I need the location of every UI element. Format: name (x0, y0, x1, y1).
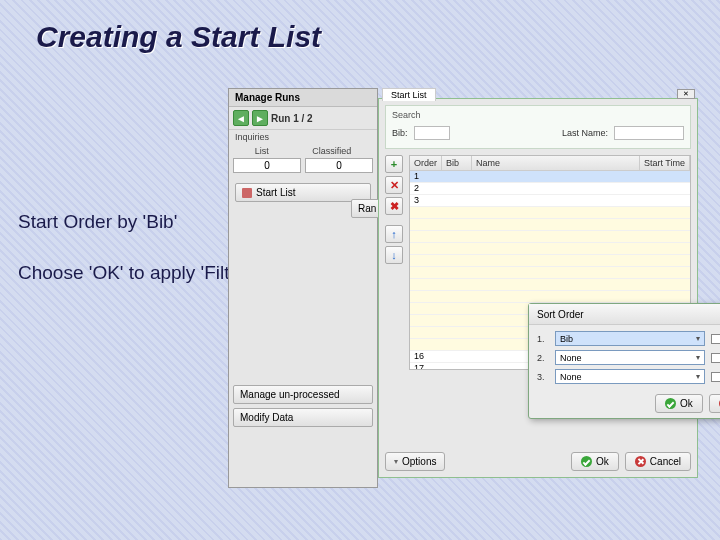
add-button[interactable]: + (385, 155, 403, 173)
toolbar: + ✕ ✖ ↑ ↓ (385, 155, 405, 370)
last-name-label: Last Name: (562, 128, 608, 138)
start-list-tab[interactable]: Start List (382, 88, 436, 101)
col-name[interactable]: Name (472, 156, 640, 170)
order-cell (410, 231, 442, 242)
classified-column-label: Classified (312, 146, 351, 156)
sort-desc-checkbox-3[interactable] (711, 372, 720, 382)
sort-ok-button[interactable]: Ok (655, 394, 703, 413)
col-start-time[interactable]: Start Time (640, 156, 690, 170)
bib-input[interactable] (414, 126, 450, 140)
sort-num-1: 1. (537, 334, 549, 344)
run-prev-button[interactable]: ◄ (233, 110, 249, 126)
start-list-close-button[interactable]: ✕ (677, 89, 695, 99)
table-row[interactable] (410, 243, 690, 255)
move-down-button[interactable]: ↓ (385, 246, 403, 264)
order-cell: 1 (410, 171, 442, 182)
modify-data-label: Modify Data (240, 412, 293, 423)
sort-ok-label: Ok (680, 398, 693, 409)
classified-value: 0 (305, 158, 373, 173)
list-value: 0 (233, 158, 301, 173)
start-list-footer: ▾ Options Ok Cancel (385, 452, 691, 471)
ok-icon (665, 398, 676, 409)
last-name-input[interactable] (614, 126, 684, 140)
ok-icon (581, 456, 592, 467)
sort-num-2: 2. (537, 353, 549, 363)
table-row[interactable]: 3 (410, 195, 690, 207)
instruction-line-1: Start Order by 'Bib' (18, 210, 250, 235)
table-header: Order Bib Name Start Time (410, 156, 690, 171)
table-row[interactable]: 2 (410, 183, 690, 195)
remove-button[interactable]: ✕ (385, 176, 403, 194)
sort-order-dialog: Sort Order ✕ 1. Bib ▾ Descending 2. None… (528, 303, 720, 419)
sort-row-3: 3. None ▾ Descending (537, 369, 720, 384)
chevron-down-icon: ▾ (394, 457, 398, 466)
order-cell: 17 (410, 363, 442, 369)
col-bib[interactable]: Bib (442, 156, 472, 170)
sort-desc-checkbox-1[interactable] (711, 334, 720, 344)
ran-button[interactable]: Ran (351, 199, 381, 218)
start-list-button-label: Start List (256, 187, 295, 198)
modify-data-button[interactable]: Modify Data (233, 408, 373, 427)
order-cell (410, 339, 442, 350)
search-title: Search (392, 110, 684, 120)
manage-runs-header: Manage Runs (229, 89, 377, 107)
manage-unprocessed-label: Manage un-processed (240, 389, 340, 400)
sort-field-3-value: None (560, 372, 582, 382)
order-cell: 2 (410, 183, 442, 194)
chevron-down-icon: ▾ (696, 372, 700, 381)
table-row[interactable] (410, 219, 690, 231)
slide-title: Creating a Start List (0, 0, 720, 54)
order-cell (410, 279, 442, 290)
ok-button[interactable]: Ok (571, 452, 619, 471)
cancel-button[interactable]: Cancel (625, 452, 691, 471)
manage-runs-panel: Manage Runs ◄ ► Run 1 / 2 Inquiries List… (228, 88, 378, 488)
search-panel: Search Bib: Last Name: (385, 105, 691, 149)
start-list-window: Start List ✕ Search Bib: Last Name: + ✕ … (378, 98, 698, 478)
inquiries-label: Inquiries (229, 130, 377, 144)
remove-all-button[interactable]: ✖ (385, 197, 403, 215)
sort-cancel-button[interactable]: Cancel (709, 394, 720, 413)
sort-row-1: 1. Bib ▾ Descending (537, 331, 720, 346)
col-order[interactable]: Order (410, 156, 442, 170)
order-cell (410, 327, 442, 338)
order-cell (410, 243, 442, 254)
order-cell (410, 303, 442, 314)
list-column-label: List (255, 146, 269, 156)
options-button[interactable]: ▾ Options (385, 452, 445, 471)
sort-field-1-value: Bib (560, 334, 573, 344)
move-up-button[interactable]: ↑ (385, 225, 403, 243)
table-row[interactable] (410, 207, 690, 219)
app-screenshot: Manage Runs ◄ ► Run 1 / 2 Inquiries List… (228, 88, 698, 488)
order-cell: 16 (410, 351, 442, 362)
sort-field-2-value: None (560, 353, 582, 363)
order-cell (410, 267, 442, 278)
run-next-button[interactable]: ► (252, 110, 268, 126)
run-label: Run 1 / 2 (271, 113, 313, 124)
table-row[interactable] (410, 255, 690, 267)
order-cell (410, 219, 442, 230)
sort-num-3: 3. (537, 372, 549, 382)
sort-field-1[interactable]: Bib ▾ (555, 331, 705, 346)
sort-desc-checkbox-2[interactable] (711, 353, 720, 363)
ok-label: Ok (596, 456, 609, 467)
sort-row-2: 2. None ▾ Descending (537, 350, 720, 365)
instruction-text: Start Order by 'Bib' Choose 'OK' to appl… (18, 210, 250, 311)
order-cell (410, 315, 442, 326)
table-row[interactable] (410, 279, 690, 291)
table-row[interactable] (410, 291, 690, 303)
manage-unprocessed-button[interactable]: Manage un-processed (233, 385, 373, 404)
ran-button-label: Ran (358, 203, 376, 214)
sort-field-2[interactable]: None ▾ (555, 350, 705, 365)
cancel-icon (635, 456, 646, 467)
sort-field-3[interactable]: None ▾ (555, 369, 705, 384)
options-label: Options (402, 456, 436, 467)
order-cell (410, 207, 442, 218)
table-row[interactable] (410, 267, 690, 279)
start-list-icon (242, 188, 252, 198)
sort-order-title: Sort Order (537, 309, 584, 320)
order-cell (410, 255, 442, 266)
chevron-down-icon: ▾ (696, 334, 700, 343)
table-row[interactable] (410, 231, 690, 243)
chevron-down-icon: ▾ (696, 353, 700, 362)
table-row[interactable]: 1 (410, 171, 690, 183)
